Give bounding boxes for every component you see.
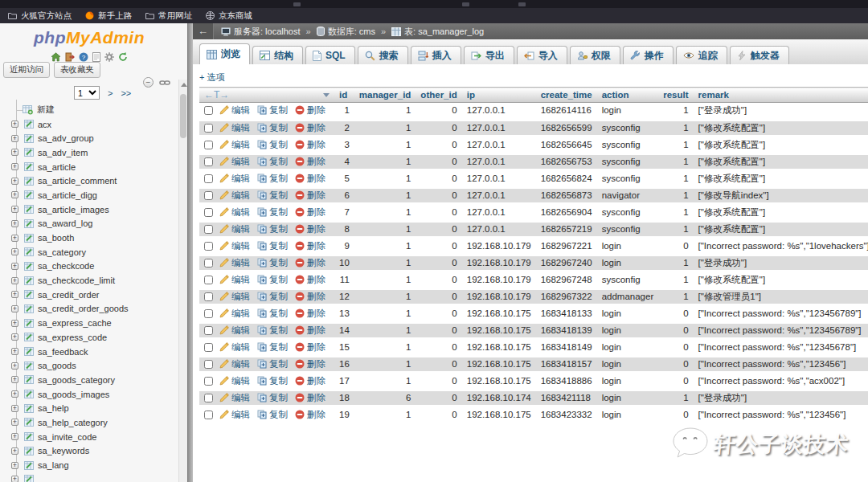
row-edit-link[interactable]: 编辑 — [219, 240, 250, 252]
expand-icon[interactable]: + — [11, 135, 18, 142]
tree-item-sa_article_images[interactable]: +sa_article_images — [0, 202, 178, 217]
tree-item-acx[interactable]: +acx — [0, 117, 178, 132]
expand-icon[interactable]: + — [11, 220, 18, 227]
tree-item-sa_invite_code[interactable]: +sa_invite_code — [0, 430, 178, 444]
column-header-action[interactable]: action — [597, 88, 659, 103]
expand-icon[interactable]: + — [11, 320, 18, 327]
expand-icon[interactable]: + — [11, 376, 18, 383]
row-delete-link[interactable]: 删除 — [295, 257, 326, 269]
favorite-tables-button[interactable]: 表收藏夹 — [54, 62, 100, 78]
tree-item-sa_adv_group[interactable]: +sa_adv_group — [0, 131, 178, 145]
row-edit-link[interactable]: 编辑 — [219, 139, 250, 151]
tree-item-sa_help_category[interactable]: +sa_help_category — [0, 415, 178, 430]
row-copy-link[interactable]: 复制 — [257, 409, 288, 421]
back-button[interactable]: ← — [193, 23, 214, 39]
row-edit-link[interactable]: 编辑 — [219, 358, 250, 370]
row-delete-link[interactable]: 删除 — [295, 341, 326, 353]
scrollbar-up-arrow[interactable] — [181, 83, 187, 87]
breadcrumb-segment[interactable]: 表: sa_manager_log — [391, 26, 484, 38]
expand-icon[interactable]: + — [11, 390, 18, 398]
row-checkbox[interactable] — [204, 394, 213, 402]
row-delete-link[interactable]: 删除 — [295, 274, 326, 286]
row-delete-link[interactable]: 删除 — [295, 173, 326, 185]
page-select[interactable]: 1 — [74, 86, 100, 100]
row-copy-link[interactable]: 复制 — [257, 257, 288, 269]
tree-item-new-table[interactable]: 新建 — [0, 103, 178, 117]
sort-dropdown-icon[interactable] — [323, 93, 330, 97]
help-icon[interactable]: ? — [79, 52, 88, 62]
exit-icon[interactable] — [65, 52, 75, 62]
row-checkbox[interactable] — [204, 377, 213, 386]
row-checkbox[interactable] — [204, 360, 213, 369]
row-delete-link[interactable]: 删除 — [295, 375, 326, 387]
options-toggle-link[interactable]: + 选项 — [199, 71, 224, 83]
expand-icon[interactable]: + — [11, 248, 18, 255]
tree-item-sa_adv_item[interactable]: +sa_adv_item — [0, 145, 178, 160]
tab-browse[interactable]: 浏览 — [199, 43, 250, 64]
row-checkbox[interactable] — [204, 106, 213, 115]
tree-item-sa_credit_order[interactable]: +sa_credit_order — [0, 288, 178, 302]
tab-sql[interactable]: SQL — [305, 46, 355, 64]
tree-item-sa_feedback[interactable]: +sa_feedback — [0, 345, 178, 359]
expand-icon[interactable]: + — [11, 433, 18, 440]
row-checkbox[interactable] — [204, 225, 213, 234]
row-checkbox[interactable] — [204, 309, 213, 318]
row-copy-link[interactable]: 复制 — [257, 173, 288, 185]
tab-insert[interactable]: 插入 — [411, 46, 461, 64]
bookmark-item[interactable]: 火狐官方站点 — [8, 10, 72, 22]
refresh-icon[interactable] — [118, 52, 128, 62]
row-copy-link[interactable]: 复制 — [257, 325, 288, 337]
tree-item-sa_express_cache[interactable]: +sa_express_cache — [0, 316, 178, 330]
row-edit-link[interactable]: 编辑 — [219, 104, 250, 116]
row-copy-link[interactable]: 复制 — [257, 223, 288, 235]
tree-item-sa_help[interactable]: +sa_help — [0, 401, 178, 415]
row-delete-link[interactable]: 删除 — [295, 104, 326, 116]
row-copy-link[interactable]: 复制 — [257, 122, 288, 134]
row-delete-link[interactable]: 删除 — [295, 325, 326, 337]
recent-tables-button[interactable]: 近期访问 — [3, 62, 50, 78]
row-copy-link[interactable]: 复制 — [257, 375, 288, 387]
row-copy-link[interactable]: 复制 — [257, 190, 288, 202]
row-checkbox[interactable] — [204, 276, 213, 284]
row-checkbox[interactable] — [204, 259, 213, 268]
row-checkbox[interactable] — [204, 411, 213, 419]
settings-icon[interactable] — [104, 52, 114, 62]
expand-icon[interactable]: + — [11, 178, 18, 185]
expand-icon[interactable]: + — [11, 447, 18, 455]
row-checkbox[interactable] — [204, 292, 213, 301]
row-edit-link[interactable]: 编辑 — [219, 375, 250, 387]
row-delete-link[interactable]: 删除 — [295, 156, 326, 168]
row-edit-link[interactable]: 编辑 — [219, 223, 250, 235]
panel-resize-divider[interactable] — [187, 23, 193, 482]
tab-triggers[interactable]: 触发器 — [730, 46, 789, 64]
collapse-all-icon[interactable]: − — [143, 77, 154, 88]
link-icon[interactable] — [159, 80, 170, 86]
expand-icon[interactable]: + — [11, 120, 18, 128]
row-copy-link[interactable]: 复制 — [257, 139, 288, 151]
tab-operations[interactable]: 操作 — [623, 46, 674, 64]
tree-item-sa_award_log[interactable]: +sa_award_log — [0, 217, 178, 231]
row-copy-link[interactable]: 复制 — [257, 341, 288, 353]
breadcrumb-segment[interactable]: 服务器: localhost — [221, 26, 301, 38]
expand-icon[interactable]: + — [11, 419, 18, 426]
row-delete-link[interactable]: 删除 — [295, 240, 326, 252]
next-page-link[interactable]: > — [108, 88, 113, 98]
row-edit-link[interactable]: 编辑 — [219, 173, 250, 185]
row-checkbox[interactable] — [204, 157, 213, 166]
tree-item-sa_goods_images[interactable]: +sa_goods_images — [0, 387, 178, 402]
expand-icon[interactable]: + — [11, 305, 18, 312]
row-edit-link[interactable]: 编辑 — [219, 257, 250, 269]
expand-icon[interactable]: + — [11, 263, 18, 270]
expand-icon[interactable]: + — [11, 462, 18, 469]
tab-import[interactable]: 导入 — [517, 46, 567, 64]
tab-tracking[interactable]: 追踪 — [676, 46, 727, 64]
tree-item-sa_article[interactable]: +sa_article — [0, 160, 178, 174]
row-delete-link[interactable]: 删除 — [295, 409, 326, 421]
row-edit-link[interactable]: 编辑 — [219, 190, 250, 202]
tree-item-sa_express_code[interactable]: +sa_express_code — [0, 330, 178, 345]
column-header-result[interactable]: result — [658, 88, 693, 103]
tree-item-sa_article_digg[interactable]: +sa_article_digg — [0, 188, 178, 202]
row-edit-link[interactable]: 编辑 — [219, 122, 250, 134]
expand-icon[interactable]: + — [11, 206, 18, 213]
row-checkbox[interactable] — [204, 191, 213, 200]
